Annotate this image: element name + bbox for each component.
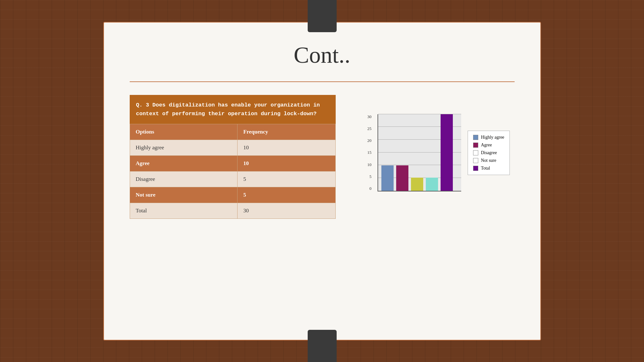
divider <box>130 81 515 82</box>
option-agree: Agree <box>130 155 237 171</box>
bars-group <box>381 114 453 191</box>
legend-color-agree <box>473 143 478 148</box>
legend-item-agree: Agree <box>473 143 504 148</box>
slide-title: Cont.. <box>130 42 515 69</box>
bar-highly-agree <box>381 165 394 191</box>
freq-highly-agree: 10 <box>237 140 335 155</box>
legend-color-disagree <box>473 150 478 155</box>
question-box: Q. 3 Does digitalization has enable your… <box>130 95 336 124</box>
legend-label-disagree: Disagree <box>481 150 497 155</box>
legend-item-not-sure: Not sure <box>473 158 504 163</box>
col-header-frequency: Frequency <box>237 124 335 140</box>
legend-label-highly-agree: Highly agree <box>481 135 504 140</box>
content-area: Q. 3 Does digitalization has enable your… <box>130 95 515 219</box>
clip-bottom <box>308 330 337 362</box>
table-row: Disagree 5 <box>130 171 335 187</box>
legend-item-highly-agree: Highly agree <box>473 135 504 140</box>
legend-color-total <box>473 166 478 171</box>
table-header-row: Options Frequency <box>130 124 335 140</box>
table-section: Q. 3 Does digitalization has enable your… <box>130 95 336 219</box>
chart-with-yaxis: 30 25 20 15 10 5 0 <box>366 114 461 191</box>
chart-container: 30 25 20 15 10 5 0 <box>366 114 510 191</box>
legend-label-not-sure: Not sure <box>481 158 496 163</box>
y-label-10: 10 <box>367 162 371 167</box>
freq-not-sure: 5 <box>237 187 335 203</box>
legend-label-total: Total <box>481 166 490 171</box>
bar-not-sure <box>426 178 438 190</box>
legend-item-total: Total <box>473 166 504 171</box>
y-label-15: 15 <box>367 150 371 155</box>
table-row: Total 30 <box>130 203 335 218</box>
table-row: Not sure 5 <box>130 187 335 203</box>
table-row: Agree 10 <box>130 155 335 171</box>
y-label-20: 20 <box>367 138 371 143</box>
y-label-30: 30 <box>367 114 371 119</box>
y-axis-labels: 30 25 20 15 10 5 0 <box>366 114 373 191</box>
bar-agree <box>396 165 408 191</box>
chart-section: 30 25 20 15 10 5 0 <box>361 114 515 191</box>
slide: Cont.. Q. 3 Does digitalization has enab… <box>103 22 541 340</box>
y-label-0: 0 <box>369 186 372 191</box>
option-total: Total <box>130 203 237 218</box>
option-not-sure: Not sure <box>130 187 237 203</box>
bar-disagree <box>411 178 423 190</box>
option-highly-agree: Highly agree <box>130 140 237 155</box>
clip-top <box>308 0 337 32</box>
legend-label-agree: Agree <box>481 143 492 148</box>
chart-plot-area <box>378 114 461 191</box>
chart-legend: Highly agree Agree Disagree Not sure <box>468 131 510 175</box>
freq-agree: 10 <box>237 155 335 171</box>
freq-disagree: 5 <box>237 171 335 187</box>
option-disagree: Disagree <box>130 171 237 187</box>
freq-total: 30 <box>237 203 335 218</box>
col-header-options: Options <box>130 124 237 140</box>
table-row: Highly agree 10 <box>130 140 335 155</box>
y-label-25: 25 <box>367 126 371 131</box>
data-table: Options Frequency Highly agree 10 Agree … <box>130 124 336 219</box>
legend-color-not-sure <box>473 158 478 163</box>
legend-item-disagree: Disagree <box>473 150 504 155</box>
y-label-5: 5 <box>369 174 372 179</box>
bar-total <box>441 114 453 191</box>
legend-color-highly-agree <box>473 135 478 140</box>
